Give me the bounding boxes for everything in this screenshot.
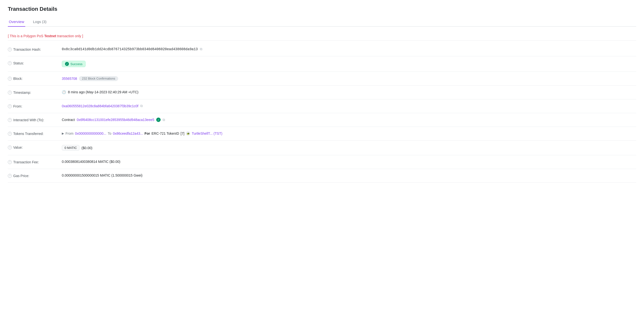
token-from-address[interactable]: 0x0000000000000... [75,132,106,136]
token-for-label: For [144,132,150,136]
help-icon-status[interactable]: ? [8,61,12,65]
value-status: ✓ Success [62,61,636,67]
value-usd: ($0.00) [82,146,92,150]
confirmations-badge: 232 Block Confirmations [79,76,118,81]
help-icon-tokens[interactable]: ? [8,132,12,136]
label-transaction-hash: ? Transaction Hash: [8,47,62,51]
token-icon: 🐢 [186,131,190,136]
help-icon-value[interactable]: ? [8,146,12,149]
block-number-link[interactable]: 35565708 [62,77,77,81]
value-block: 35565708 232 Block Confirmations [62,76,636,81]
testnet-suffix: transaction only ] [56,34,83,38]
row-to: ? Interacted With (To): Contract 0x6f640… [8,113,636,127]
value-tokens-transferred: ▶ From 0x0000000000000... To 0x86ceedfa1… [62,131,636,136]
contract-prefix: Contract [62,118,75,122]
copy-from-icon[interactable]: ⧉ [140,104,143,108]
row-tokens-transferred: ? Tokens Transferred: ▶ From 0x000000000… [8,127,636,141]
testnet-banner: [ This is a Polygon PoS Testnet transact… [8,32,636,41]
row-value: ? Value: 0 MATIC ($0.00) [8,141,636,155]
value-transaction-fee: 0.00038081400380814 MATIC ($0.00) [62,160,636,164]
value-value: 0 MATIC ($0.00) [62,145,636,151]
tabs-bar: Overview Logs (3) [8,17,636,27]
token-transfer-row: ▶ From 0x0000000000000... To 0x86ceedfa1… [62,131,222,136]
verified-icon: ✓ [156,118,161,122]
row-from: ? From: 0xa060555812e028c8a884bfa6420387… [8,99,636,113]
tx-hash-text: 0x8c3ca0d141d0db1dd24cdb876714325b973bb0… [62,47,198,51]
label-block: ? Block: [8,76,62,81]
status-check-icon: ✓ [65,62,69,66]
value-transaction-hash: 0x8c3ca0d141d0db1dd24cdb876714325b973bb0… [62,47,636,51]
testnet-highlight: Testnet [44,34,56,38]
timestamp-text: 8 mins ago (May-14-2023 02:40:29 AM +UTC… [68,90,138,94]
help-icon-gas[interactable]: ? [8,174,12,178]
label-from: ? From: [8,104,62,108]
page-container: Transaction Details Overview Logs (3) [ … [0,0,644,336]
value-timestamp: 🕐 8 mins ago (May-14-2023 02:40:29 AM +U… [62,90,636,94]
tab-logs[interactable]: Logs (3) [32,17,48,27]
label-value: ? Value: [8,145,62,149]
fee-text: 0.00038081400380814 MATIC ($0.00) [62,160,120,164]
page-title: Transaction Details [8,6,636,12]
label-status: ? Status: [8,61,62,65]
label-to: ? Interacted With (To): [8,118,62,122]
row-timestamp: ? Timestamp: 🕐 8 mins ago (May-14-2023 0… [8,86,636,99]
from-address-link[interactable]: 0xa060555812e028c8a884bfa6420387f3b39c1c… [62,104,138,108]
token-expand-icon[interactable]: ▶ [62,132,64,135]
help-icon-fee[interactable]: ? [8,160,12,164]
row-status: ? Status: ✓ Success [8,56,636,72]
testnet-prefix: [ This is a Polygon PoS [8,34,44,38]
to-address-link[interactable]: 0x6f6408cc131001efe2853955b46d948aca13ee… [77,118,154,122]
tab-overview[interactable]: Overview [8,17,25,27]
token-to-address[interactable]: 0x86ceedfa12a43... [113,132,143,136]
help-icon-timestamp[interactable]: ? [8,91,12,95]
row-block: ? Block: 35565708 232 Block Confirmation… [8,72,636,86]
help-icon-from[interactable]: ? [8,104,12,108]
copy-to-icon[interactable]: ⧉ [162,118,165,122]
value-from: 0xa060555812e028c8a884bfa6420387f3b39c1c… [62,104,636,108]
help-icon-tx-hash[interactable]: ? [8,47,12,51]
label-timestamp: ? Timestamp: [8,90,62,95]
value-amount-badge: 0 MATIC [62,145,80,151]
token-type: ERC-721 TokenID [152,132,179,136]
copy-tx-hash-icon[interactable]: ⧉ [200,47,202,51]
gas-price-text: 0.000000001500000015 MATIC (1.500000015 … [62,173,142,177]
token-from-label: From [66,132,74,136]
status-badge: ✓ Success [62,61,86,67]
help-icon-block[interactable]: ? [8,77,12,81]
row-gas-price: ? Gas Price: 0.000000001500000015 MATIC … [8,169,636,183]
row-transaction-fee: ? Transaction Fee: 0.00038081400380814 M… [8,155,636,169]
help-icon-to[interactable]: ? [8,118,12,122]
clock-icon: 🕐 [62,90,66,94]
row-transaction-hash: ? Transaction Hash: 0x8c3ca0d141d0db1dd2… [8,43,636,56]
label-gas-price: ? Gas Price: [8,173,62,178]
label-transaction-fee: ? Transaction Fee: [8,160,62,164]
token-to-label: To [108,132,111,136]
label-tokens-transferred: ? Tokens Transferred: [8,131,62,136]
token-name-link[interactable]: TurtleShellT... (TST) [192,132,222,136]
value-gas-price: 0.000000001500000015 MATIC (1.500000015 … [62,173,636,177]
token-id: [7] [180,132,184,136]
value-to: Contract 0x6f6408cc131001efe2853955b46d9… [62,118,636,122]
